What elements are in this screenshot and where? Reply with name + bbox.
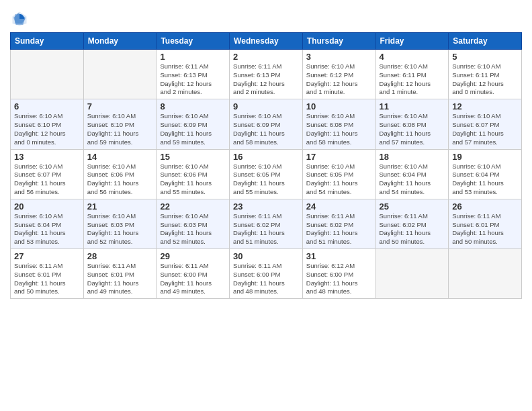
day-info: Sunrise: 6:10 AM Sunset: 6:10 PM Dayligh… bbox=[14, 112, 80, 146]
day-info: Sunrise: 6:11 AM Sunset: 6:02 PM Dayligh… bbox=[380, 212, 445, 246]
page-header bbox=[10, 7, 522, 28]
calendar-week-4: 20Sunrise: 6:10 AM Sunset: 6:04 PM Dayli… bbox=[11, 199, 522, 248]
day-info: Sunrise: 6:11 AM Sunset: 6:13 PM Dayligh… bbox=[233, 62, 299, 97]
calendar-cell: 6Sunrise: 6:10 AM Sunset: 6:10 PM Daylig… bbox=[11, 99, 84, 149]
calendar-cell: 3Sunrise: 6:10 AM Sunset: 6:12 PM Daylig… bbox=[302, 50, 375, 99]
day-number: 8 bbox=[160, 101, 226, 111]
day-info: Sunrise: 6:11 AM Sunset: 6:02 PM Dayligh… bbox=[306, 212, 372, 246]
day-info: Sunrise: 6:10 AM Sunset: 6:03 PM Dayligh… bbox=[160, 212, 226, 246]
day-info: Sunrise: 6:10 AM Sunset: 6:05 PM Dayligh… bbox=[306, 163, 372, 197]
day-number: 1 bbox=[160, 52, 226, 62]
day-number: 26 bbox=[452, 201, 518, 212]
day-number: 30 bbox=[233, 251, 299, 261]
calendar-cell: 24Sunrise: 6:11 AM Sunset: 6:02 PM Dayli… bbox=[302, 199, 375, 248]
day-number: 14 bbox=[87, 152, 153, 162]
day-number: 19 bbox=[452, 152, 518, 162]
day-number: 23 bbox=[233, 201, 299, 212]
day-number: 22 bbox=[160, 201, 226, 212]
calendar-cell: 7Sunrise: 6:10 AM Sunset: 6:10 PM Daylig… bbox=[83, 99, 157, 149]
day-number: 11 bbox=[380, 101, 445, 111]
day-info: Sunrise: 6:11 AM Sunset: 6:13 PM Dayligh… bbox=[160, 62, 226, 97]
day-number: 27 bbox=[14, 251, 80, 261]
calendar-cell: 5Sunrise: 6:10 AM Sunset: 6:11 PM Daylig… bbox=[449, 50, 522, 99]
day-info: Sunrise: 6:10 AM Sunset: 6:06 PM Dayligh… bbox=[160, 163, 226, 197]
calendar-header-row: Sunday Monday Tuesday Wednesday Thursday… bbox=[11, 33, 522, 50]
day-info: Sunrise: 6:10 AM Sunset: 6:04 PM Dayligh… bbox=[14, 212, 80, 246]
header-thursday: Thursday bbox=[302, 33, 375, 50]
logo-icon bbox=[10, 9, 29, 28]
header-sunday: Sunday bbox=[11, 33, 84, 50]
day-info: Sunrise: 6:10 AM Sunset: 6:09 PM Dayligh… bbox=[160, 112, 226, 146]
calendar-cell: 27Sunrise: 6:11 AM Sunset: 6:01 PM Dayli… bbox=[11, 249, 84, 299]
day-info: Sunrise: 6:10 AM Sunset: 6:04 PM Dayligh… bbox=[380, 163, 445, 197]
calendar-cell bbox=[11, 50, 84, 99]
day-info: Sunrise: 6:10 AM Sunset: 6:12 PM Dayligh… bbox=[306, 62, 372, 97]
day-number: 21 bbox=[87, 201, 153, 212]
header-saturday: Saturday bbox=[449, 33, 522, 50]
calendar-cell: 17Sunrise: 6:10 AM Sunset: 6:05 PM Dayli… bbox=[302, 149, 375, 199]
day-info: Sunrise: 6:10 AM Sunset: 6:10 PM Dayligh… bbox=[87, 112, 153, 146]
day-info: Sunrise: 6:11 AM Sunset: 6:00 PM Dayligh… bbox=[233, 262, 299, 296]
calendar-cell: 18Sunrise: 6:10 AM Sunset: 6:04 PM Dayli… bbox=[375, 149, 449, 199]
day-number: 4 bbox=[380, 52, 445, 62]
day-info: Sunrise: 6:11 AM Sunset: 6:01 PM Dayligh… bbox=[14, 262, 80, 296]
calendar-week-3: 13Sunrise: 6:10 AM Sunset: 6:07 PM Dayli… bbox=[11, 149, 522, 199]
calendar-cell: 8Sunrise: 6:10 AM Sunset: 6:09 PM Daylig… bbox=[157, 99, 230, 149]
calendar-cell: 20Sunrise: 6:10 AM Sunset: 6:04 PM Dayli… bbox=[11, 199, 84, 248]
calendar-cell: 26Sunrise: 6:11 AM Sunset: 6:01 PM Dayli… bbox=[449, 199, 522, 248]
calendar-cell: 16Sunrise: 6:10 AM Sunset: 6:05 PM Dayli… bbox=[230, 149, 303, 199]
day-info: Sunrise: 6:11 AM Sunset: 6:01 PM Dayligh… bbox=[452, 212, 518, 246]
calendar-cell: 31Sunrise: 6:12 AM Sunset: 6:00 PM Dayli… bbox=[302, 249, 375, 299]
day-number: 16 bbox=[233, 152, 299, 162]
day-number: 18 bbox=[380, 152, 445, 162]
calendar-week-5: 27Sunrise: 6:11 AM Sunset: 6:01 PM Dayli… bbox=[11, 249, 522, 299]
calendar-cell: 4Sunrise: 6:10 AM Sunset: 6:11 PM Daylig… bbox=[375, 50, 449, 99]
day-number: 29 bbox=[160, 251, 226, 261]
day-info: Sunrise: 6:10 AM Sunset: 6:07 PM Dayligh… bbox=[452, 112, 518, 146]
day-info: Sunrise: 6:11 AM Sunset: 6:00 PM Dayligh… bbox=[160, 262, 226, 296]
calendar-cell: 9Sunrise: 6:10 AM Sunset: 6:09 PM Daylig… bbox=[230, 99, 303, 149]
calendar-cell: 10Sunrise: 6:10 AM Sunset: 6:08 PM Dayli… bbox=[302, 99, 375, 149]
day-number: 6 bbox=[14, 101, 80, 111]
day-number: 20 bbox=[14, 201, 80, 212]
calendar-cell: 21Sunrise: 6:10 AM Sunset: 6:03 PM Dayli… bbox=[83, 199, 157, 248]
day-number: 25 bbox=[380, 201, 445, 212]
calendar-cell: 28Sunrise: 6:11 AM Sunset: 6:01 PM Dayli… bbox=[83, 249, 157, 299]
day-number: 10 bbox=[306, 101, 372, 111]
day-info: Sunrise: 6:10 AM Sunset: 6:08 PM Dayligh… bbox=[306, 112, 372, 146]
calendar-cell: 30Sunrise: 6:11 AM Sunset: 6:00 PM Dayli… bbox=[230, 249, 303, 299]
day-number: 15 bbox=[160, 152, 226, 162]
calendar-week-1: 1Sunrise: 6:11 AM Sunset: 6:13 PM Daylig… bbox=[11, 50, 522, 99]
calendar-cell bbox=[375, 249, 449, 299]
calendar-table: Sunday Monday Tuesday Wednesday Thursday… bbox=[10, 32, 522, 299]
calendar-cell: 23Sunrise: 6:11 AM Sunset: 6:02 PM Dayli… bbox=[230, 199, 303, 248]
day-number: 3 bbox=[306, 52, 372, 62]
day-info: Sunrise: 6:11 AM Sunset: 6:01 PM Dayligh… bbox=[87, 262, 153, 296]
calendar-week-2: 6Sunrise: 6:10 AM Sunset: 6:10 PM Daylig… bbox=[11, 99, 522, 149]
calendar-cell: 19Sunrise: 6:10 AM Sunset: 6:04 PM Dayli… bbox=[449, 149, 522, 199]
calendar-cell: 25Sunrise: 6:11 AM Sunset: 6:02 PM Dayli… bbox=[375, 199, 449, 248]
day-info: Sunrise: 6:10 AM Sunset: 6:08 PM Dayligh… bbox=[380, 112, 445, 146]
day-number: 7 bbox=[87, 101, 153, 111]
day-info: Sunrise: 6:10 AM Sunset: 6:09 PM Dayligh… bbox=[233, 112, 299, 146]
calendar-cell: 11Sunrise: 6:10 AM Sunset: 6:08 PM Dayli… bbox=[375, 99, 449, 149]
logo bbox=[10, 9, 30, 28]
day-info: Sunrise: 6:10 AM Sunset: 6:04 PM Dayligh… bbox=[452, 163, 518, 197]
day-info: Sunrise: 6:10 AM Sunset: 6:03 PM Dayligh… bbox=[87, 212, 153, 246]
calendar-cell: 14Sunrise: 6:10 AM Sunset: 6:06 PM Dayli… bbox=[83, 149, 157, 199]
calendar-cell: 15Sunrise: 6:10 AM Sunset: 6:06 PM Dayli… bbox=[157, 149, 230, 199]
day-info: Sunrise: 6:10 AM Sunset: 6:05 PM Dayligh… bbox=[233, 163, 299, 197]
day-info: Sunrise: 6:10 AM Sunset: 6:06 PM Dayligh… bbox=[87, 163, 153, 197]
calendar-cell: 12Sunrise: 6:10 AM Sunset: 6:07 PM Dayli… bbox=[449, 99, 522, 149]
day-info: Sunrise: 6:10 AM Sunset: 6:11 PM Dayligh… bbox=[452, 62, 518, 97]
day-info: Sunrise: 6:10 AM Sunset: 6:11 PM Dayligh… bbox=[380, 62, 445, 97]
calendar-cell: 1Sunrise: 6:11 AM Sunset: 6:13 PM Daylig… bbox=[157, 50, 230, 99]
day-number: 9 bbox=[233, 101, 299, 111]
header-monday: Monday bbox=[83, 33, 157, 50]
day-number: 17 bbox=[306, 152, 372, 162]
calendar-cell: 13Sunrise: 6:10 AM Sunset: 6:07 PM Dayli… bbox=[11, 149, 84, 199]
day-info: Sunrise: 6:10 AM Sunset: 6:07 PM Dayligh… bbox=[14, 163, 80, 197]
calendar-cell: 22Sunrise: 6:10 AM Sunset: 6:03 PM Dayli… bbox=[157, 199, 230, 248]
day-number: 31 bbox=[306, 251, 372, 261]
day-number: 24 bbox=[306, 201, 372, 212]
